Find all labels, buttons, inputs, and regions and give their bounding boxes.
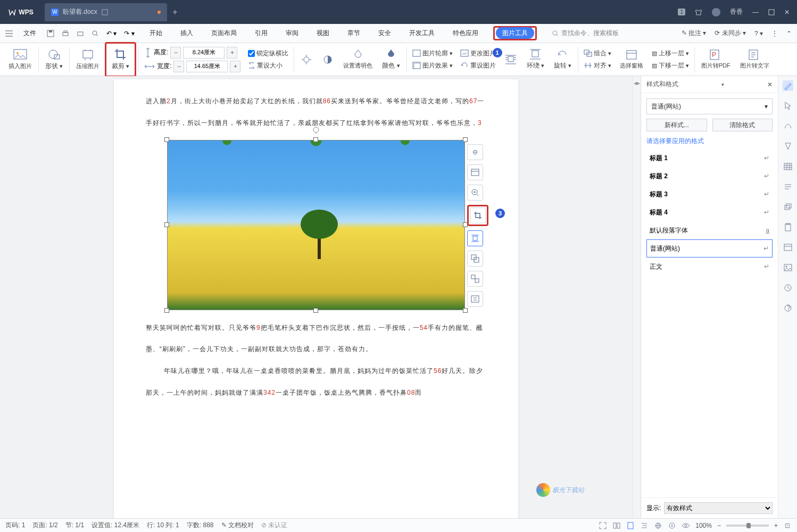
sb-eye-icon[interactable]	[682, 521, 690, 530]
collapse-ribbon-button[interactable]: ⌃	[786, 30, 792, 37]
wps-home-tab[interactable]: WPS	[0, 0, 41, 24]
float-wrap-button[interactable]	[467, 230, 483, 246]
tab-picture-tools[interactable]: 图片工具	[496, 27, 534, 39]
sb-zoom[interactable]: 100%	[695, 522, 712, 529]
document-canvas[interactable]: 进入腊2月，街上大街小巷开始卖起了大红的长纸，我们就86买来送到爷爷家。爷爷曾经…	[0, 76, 632, 518]
float-collapse-button[interactable]: ⊖	[467, 144, 483, 160]
reset-size-button[interactable]: 重设大小	[248, 61, 288, 70]
group-button[interactable]: 组合 ▾	[584, 49, 611, 58]
minimize-button[interactable]: —	[752, 9, 759, 16]
preview-icon[interactable]	[92, 30, 99, 37]
wrap-style-button[interactable]	[500, 45, 521, 74]
sb-fullscreen-icon[interactable]	[599, 521, 607, 530]
tab-layout[interactable]: 页面布局	[208, 27, 240, 40]
rail-backup-icon[interactable]	[783, 282, 793, 293]
add-tab-button[interactable]: +	[167, 7, 183, 17]
pic-to-text-button[interactable]: 图片转文字	[736, 45, 774, 74]
user-avatar-icon[interactable]	[712, 8, 720, 16]
sidepanel-handle[interactable]: ◂▸	[632, 76, 641, 518]
rail-style-icon[interactable]	[783, 80, 793, 91]
sb-wordcount[interactable]: 字数: 888	[187, 521, 214, 530]
tab-feature[interactable]: 特色应用	[450, 27, 481, 40]
float-multi-button[interactable]	[467, 271, 483, 287]
color-button[interactable]: 颜色 ▾	[378, 45, 404, 74]
command-search[interactable]: 查找命令、搜索模板	[552, 29, 619, 38]
brightness-button[interactable]	[296, 45, 317, 74]
tab-insert[interactable]: 插入	[177, 27, 196, 40]
width-inc[interactable]: +	[230, 61, 240, 72]
shape-button[interactable]: 形状 ▾	[41, 45, 67, 74]
rail-shape-icon[interactable]	[783, 121, 793, 131]
sb-webview-icon[interactable]	[654, 521, 662, 530]
tab-view[interactable]: 视图	[313, 27, 333, 40]
sb-readmode-icon[interactable]	[612, 521, 621, 530]
style-heading1[interactable]: 标题 1↵	[646, 149, 773, 167]
sb-section[interactable]: 节: 1/1	[65, 521, 84, 530]
selection-pane-button[interactable]: 选择窗格	[616, 45, 647, 74]
style-heading2[interactable]: 标题 2↵	[646, 167, 773, 185]
change-picture-button[interactable]: 更改图片	[460, 49, 496, 58]
redo-button[interactable]: ↷ ▾	[124, 30, 134, 37]
sb-zoom-in[interactable]: +	[774, 522, 778, 529]
wrap-button[interactable]: 环绕 ▾	[522, 45, 549, 74]
print-icon[interactable]	[77, 30, 84, 37]
style-default-font[interactable]: 默认段落字体a	[646, 221, 773, 239]
pic-to-pdf-button[interactable]: P图片转PDF	[697, 45, 735, 74]
sb-rowcol[interactable]: 行: 10 列: 1	[147, 521, 179, 530]
close-button[interactable]: ✕	[784, 9, 790, 16]
picture-effect-button[interactable]: 图片效果 ▾	[412, 61, 453, 70]
maximize-button[interactable]	[768, 9, 775, 15]
tab-review[interactable]: 审阅	[283, 27, 302, 40]
style-body[interactable]: 正文↵	[646, 257, 773, 276]
hamburger-icon[interactable]	[5, 30, 13, 37]
height-inc[interactable]: +	[227, 47, 237, 59]
sb-fit-icon[interactable]: ⊡	[783, 521, 792, 530]
height-input[interactable]	[183, 47, 225, 59]
height-dec[interactable]: −	[170, 47, 181, 59]
align-button[interactable]: 对齐 ▾	[584, 61, 611, 70]
panel-close-button[interactable]: ✕	[767, 81, 773, 88]
embedded-image[interactable]	[167, 140, 465, 310]
sb-unauth[interactable]: ⊘ 未认证	[261, 521, 287, 530]
width-input[interactable]	[186, 61, 228, 72]
transparent-color-button[interactable]: 设置透明色	[339, 45, 377, 74]
sb-pageview-icon[interactable]	[626, 521, 635, 530]
rotate-button[interactable]: 旋转 ▾	[550, 45, 576, 74]
compress-picture-button[interactable]: 压缩图片	[72, 45, 104, 74]
tab-devtools[interactable]: 开发工具	[406, 27, 438, 40]
undo-button[interactable]: ↶ ▾	[106, 30, 117, 37]
sb-proof[interactable]: ✎ 文档校对	[221, 521, 254, 530]
rail-property-icon[interactable]	[783, 242, 793, 253]
file-menu[interactable]: 文件	[20, 27, 39, 40]
tab-home[interactable]: 开始	[146, 27, 165, 40]
float-crop-button[interactable]	[470, 207, 486, 223]
rail-select-icon[interactable]	[783, 101, 793, 111]
picture-outline-button[interactable]: 图片轮廓 ▾	[412, 49, 453, 58]
rail-help-icon[interactable]: ?	[783, 303, 793, 313]
rail-text-icon[interactable]	[783, 141, 793, 152]
width-dec[interactable]: −	[173, 61, 184, 72]
float-layout-button[interactable]	[467, 164, 483, 180]
float-more-button[interactable]	[467, 291, 483, 307]
contrast-button[interactable]	[318, 45, 338, 74]
sb-outline-icon[interactable]	[640, 521, 649, 530]
ribbon-options-icon[interactable]: ⋮	[771, 30, 778, 37]
style-heading3[interactable]: 标题 3↵	[646, 185, 773, 203]
sb-focus-icon[interactable]	[668, 521, 676, 530]
rail-clipboard-icon[interactable]	[783, 222, 793, 232]
current-style-combo[interactable]: 普通(网站)▾	[646, 98, 773, 114]
clear-format-button[interactable]: 清除格式	[712, 119, 773, 131]
sb-zoom-out[interactable]: −	[717, 522, 721, 529]
crop-button[interactable]: 裁剪 ▾	[107, 45, 134, 74]
help-button[interactable]: ? ▾	[754, 30, 763, 37]
document-tab[interactable]: W 盼望着.docx	[45, 3, 167, 21]
rail-layer-icon[interactable]	[783, 202, 793, 212]
tab-security[interactable]: 安全	[375, 27, 394, 40]
sb-page-no[interactable]: 页码: 1	[5, 521, 25, 530]
tab-reference[interactable]: 引用	[252, 27, 271, 40]
skin-icon[interactable]	[695, 9, 702, 16]
notif-badge[interactable]: 1	[678, 9, 685, 15]
save-icon[interactable]	[47, 30, 54, 37]
rotate-handle[interactable]	[312, 126, 320, 134]
style-heading4[interactable]: 标题 4↵	[646, 203, 773, 221]
